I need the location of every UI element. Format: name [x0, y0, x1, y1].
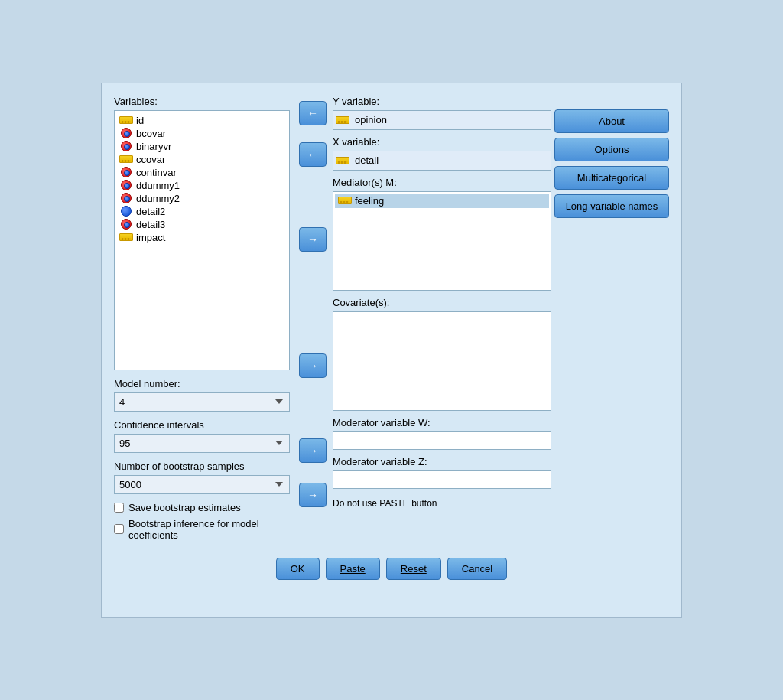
variable-name: continvar [136, 167, 177, 178]
ok-button[interactable]: OK [276, 558, 320, 580]
x-variable-group: X variable: detail [333, 136, 551, 171]
mediator-arrow-button[interactable]: → [299, 227, 327, 252]
y-variable-group: Y variable: opinion [333, 96, 551, 130]
moderator-w-input[interactable] [333, 431, 551, 450]
y-variable-field: opinion [333, 110, 551, 130]
variable-name: detail3 [136, 219, 165, 230]
mediator-ruler-icon [338, 197, 352, 204]
ruler-icon [119, 233, 133, 241]
variable-item[interactable]: ccovar [116, 153, 288, 166]
paste-button[interactable]: Paste [326, 558, 380, 580]
save-bootstrap-input[interactable] [114, 503, 124, 513]
variable-item[interactable]: bcovar [116, 127, 288, 140]
mediator-value: feeling [355, 195, 384, 207]
variable-item[interactable]: binaryvr [116, 140, 288, 153]
ruler-icon [119, 116, 133, 124]
variable-item[interactable]: ddummy1 [116, 179, 288, 192]
y-variable-value: opinion [355, 114, 387, 125]
confidence-select[interactable]: 95 90 99 [114, 434, 290, 453]
ruler-icon [119, 155, 133, 163]
variables-list[interactable]: idbcovarbinaryvrccovarcontinvarddummy1dd… [114, 110, 290, 370]
action-buttons-panel: About Options Multicategorical Long vari… [554, 96, 669, 545]
bottom-bar: OK Paste Reset Cancel [114, 558, 669, 580]
moderator-z-input[interactable] [333, 470, 551, 489]
variable-item[interactable]: continvar [116, 166, 288, 179]
reset-button[interactable]: Reset [386, 558, 441, 580]
cancel-button[interactable]: Cancel [447, 558, 507, 580]
y-variable-label: Y variable: [333, 96, 551, 107]
variable-item[interactable]: id [116, 114, 288, 127]
variable-name: ccovar [136, 154, 165, 165]
w-arrow-button[interactable]: → [299, 438, 327, 463]
ball-b-icon [121, 206, 132, 217]
variable-item[interactable]: ddummy2 [116, 192, 288, 205]
bootstrap-inference-checkbox[interactable]: Bootstrap inference for model coefficien… [114, 518, 290, 541]
variable-name: binaryvr [136, 141, 171, 152]
moderator-w-group: Moderator variable W: [333, 417, 551, 450]
bootstrap-select[interactable]: 5000 1000 2000 10000 [114, 475, 290, 494]
confidence-label: Confidence intervals [114, 419, 290, 431]
x-variable-label: X variable: [333, 136, 551, 148]
main-dialog: Variables: idbcovarbinaryvrccovarcontinv… [101, 83, 682, 618]
variables-label: Variables: [114, 96, 290, 107]
variable-name: ddummy2 [136, 193, 180, 204]
y-ruler-icon [336, 116, 349, 124]
moderator-w-label: Moderator variable W: [333, 417, 551, 428]
variable-name: id [136, 115, 144, 126]
z-arrow-button[interactable]: → [299, 483, 327, 507]
model-number-select[interactable]: 4 1 2 3 5 6 [114, 392, 290, 412]
about-button[interactable]: About [554, 109, 669, 133]
right-fields-panel: Y variable: opinion X variable: detail [333, 96, 551, 545]
checkbox-group: Save bootstrap estimates Bootstrap infer… [114, 502, 290, 545]
model-number-label: Model number: [114, 378, 290, 389]
x-arrow-button[interactable]: ← [299, 142, 327, 167]
arrows-right-panel: ← ← → → → → [296, 96, 669, 545]
ball-rb-icon [121, 128, 132, 138]
save-bootstrap-checkbox[interactable]: Save bootstrap estimates [114, 502, 290, 513]
do-not-use-label: Do not use PASTE button [333, 498, 551, 509]
confidence-group: Confidence intervals 95 90 99 [114, 419, 290, 453]
options-button[interactable]: Options [554, 138, 669, 161]
y-arrow-button[interactable]: ← [299, 101, 327, 125]
bootstrap-inference-input[interactable] [114, 524, 124, 534]
long-variable-names-button[interactable]: Long variable names [554, 194, 669, 218]
mediators-label: Mediator(s) M: [333, 177, 551, 188]
variable-name: bcovar [136, 128, 166, 139]
paste-label: Paste [340, 563, 366, 575]
bootstrap-label: Number of bootstrap samples [114, 461, 290, 472]
arrows-column: ← ← → → → → [296, 96, 330, 545]
ball-rb-icon [121, 193, 132, 203]
x-variable-value: detail [355, 155, 379, 166]
mediators-group: Mediator(s) M: feeling [333, 177, 551, 291]
ball-rb-icon [121, 180, 132, 190]
moderator-z-label: Moderator variable Z: [333, 456, 551, 467]
ball-rb-icon [121, 219, 132, 230]
ball-rb-icon [121, 141, 132, 151]
x-ruler-icon [336, 157, 349, 164]
x-variable-field: detail [333, 151, 551, 171]
mediators-box[interactable]: feeling [333, 191, 551, 291]
variable-item[interactable]: detail2 [116, 205, 288, 218]
mediator-item: feeling [335, 194, 549, 208]
reset-label: Reset [401, 563, 427, 575]
variable-name: detail2 [136, 206, 165, 217]
variable-item[interactable]: impact [116, 231, 288, 244]
left-panel: Variables: idbcovarbinaryvrccovarcontinv… [114, 96, 290, 545]
variable-name: impact [136, 232, 165, 243]
covariates-group: Covariate(s): [333, 297, 551, 411]
multicategorical-button[interactable]: Multicategorical [554, 166, 669, 190]
variable-item[interactable]: detail3 [116, 218, 288, 231]
variable-name: ddummy1 [136, 180, 180, 191]
moderator-z-group: Moderator variable Z: [333, 456, 551, 489]
bootstrap-group: Number of bootstrap samples 5000 1000 20… [114, 461, 290, 494]
covariates-box[interactable] [333, 311, 551, 411]
covariate-arrow-button[interactable]: → [299, 353, 327, 378]
covariates-label: Covariate(s): [333, 297, 551, 308]
model-number-group: Model number: 4 1 2 3 5 6 [114, 378, 290, 412]
ball-rb-icon [121, 167, 132, 177]
